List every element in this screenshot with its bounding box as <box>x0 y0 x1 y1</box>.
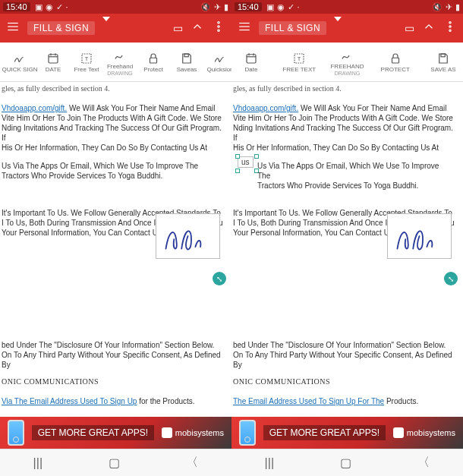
draw-icon <box>340 47 354 64</box>
lock-icon <box>146 50 160 67</box>
svg-rect-13 <box>184 54 188 57</box>
chevron-down-icon[interactable] <box>102 21 110 35</box>
more-icon[interactable] <box>443 20 457 36</box>
save-icon <box>180 50 194 67</box>
resize-handle-icon[interactable]: ⤡ <box>444 272 458 285</box>
dot-icon: · <box>298 2 300 12</box>
page-indicator-icon[interactable]: ▭ <box>405 22 414 34</box>
doc-text: Us Via The Apps Or Email, Which We Use T… <box>2 161 216 181</box>
screenshot-right: 15:40 ▣ ◉ ✓ · 🔇 ✈ ▮ FILL & SIGN ▭ <box>232 0 463 476</box>
chevron-down-icon[interactable] <box>334 21 342 35</box>
svg-rect-20 <box>247 55 256 63</box>
calendar-icon <box>46 50 60 67</box>
save-icon <box>436 50 450 67</box>
link-text[interactable]: Via The Email Address Used To Sign Up <box>2 397 137 405</box>
ad-message: GET MORE GREAT APPS! <box>263 425 386 440</box>
svg-rect-26 <box>392 58 398 63</box>
text-icon: T <box>80 50 93 67</box>
toolbar: QUICK SIGN DATE T Free Text Freehand DRA… <box>0 43 232 82</box>
selection-handle-icon[interactable] <box>235 169 240 173</box>
screenshot-left: 15:40 ▣ ◉ ✓ · 🔇 ✈ ▮ FILL & SIGN ▭ <box>0 0 232 476</box>
system-nav-bar: ||| ▢ 〈 <box>232 449 463 476</box>
status-bar: 15:40 ▣ ◉ ✓ · 🔇 ✈ ▮ <box>232 0 463 14</box>
doc-heading: ONIC COMMUNICATIONS <box>233 377 330 386</box>
ad-brand: mobisystems <box>154 427 232 438</box>
home-button[interactable]: ▢ <box>340 456 351 470</box>
selection-handle-icon[interactable] <box>254 154 259 159</box>
mute-icon: 🔇 <box>200 2 211 12</box>
menu-icon[interactable] <box>238 20 251 36</box>
mute-icon: 🔇 <box>432 2 443 12</box>
ad-banner[interactable]: GET MORE GREAT APPS! mobisystems <box>0 417 232 449</box>
back-button[interactable]: 〈 <box>186 455 198 471</box>
app-bar: FILL & SIGN ▭ <box>232 14 463 43</box>
image-icon: ▣ <box>266 2 274 12</box>
home-button[interactable]: ▢ <box>109 456 120 470</box>
collapse-icon[interactable] <box>422 20 436 36</box>
battery-icon: ▮ <box>455 2 460 12</box>
airplane-icon: ✈ <box>446 2 452 12</box>
ad-phone-icon <box>0 417 32 449</box>
tool-date[interactable]: DATE <box>36 50 70 74</box>
doc-text: Via The Email Address Used To Sign Up fo… <box>2 396 195 406</box>
tool-date[interactable]: Date <box>235 50 268 74</box>
sync-icon: ◉ <box>46 2 53 12</box>
tool-quicksign[interactable]: QUICK SIGN <box>3 50 36 74</box>
tool-saveas[interactable]: Saveas <box>170 50 203 74</box>
tool-quicksion[interactable]: Quicksion <box>203 50 232 74</box>
brand-logo-icon <box>393 427 404 438</box>
doc-text: Us Via The Apps Or Email, Which We Use T… <box>257 161 448 191</box>
doc-text: Vhdoaapp.com/gift. We Will Ask You For T… <box>233 103 455 153</box>
status-clock: 15:40 <box>235 2 262 11</box>
tool-saveas[interactable]: SAVE AS <box>427 50 460 74</box>
recents-button[interactable]: ||| <box>33 456 43 470</box>
signature-stamp[interactable] <box>387 213 452 259</box>
ad-banner[interactable]: GET MORE GREAT APPS! mobisystems <box>232 417 463 449</box>
recents-button[interactable]: ||| <box>265 456 274 470</box>
ad-phone-icon <box>232 417 263 449</box>
link-text[interactable]: Vhdoaapp.com/gift. <box>2 104 67 112</box>
tool-freetext[interactable]: T FREE TEXT <box>282 50 316 74</box>
doc-text: bed Under The "Disclosure Of Your Inform… <box>233 340 455 370</box>
dot-icon: · <box>66 2 68 12</box>
menu-icon[interactable] <box>6 20 20 36</box>
brand-logo-icon <box>162 427 172 438</box>
svg-point-19 <box>449 30 451 31</box>
freetext-annotation[interactable]: us <box>238 156 254 168</box>
svg-rect-12 <box>150 58 157 63</box>
signature-stamp[interactable] <box>156 213 220 259</box>
collapse-icon[interactable] <box>191 20 204 36</box>
doc-text: The Email Address Used To Sign Up For Th… <box>233 396 418 406</box>
image-icon: ▣ <box>35 2 43 12</box>
svg-rect-27 <box>441 54 445 57</box>
mode-title[interactable]: FILL & SIGN <box>27 21 95 35</box>
check-icon: ✓ <box>288 2 294 12</box>
svg-point-5 <box>218 30 219 31</box>
back-button[interactable]: 〈 <box>417 455 430 471</box>
link-text[interactable]: The Email Address Used To Sign Up For Th… <box>233 397 384 405</box>
svg-point-18 <box>449 26 451 27</box>
tool-freehand[interactable]: FREEHAND DRAWING <box>330 47 364 76</box>
svg-point-17 <box>449 22 451 24</box>
tool-freehand[interactable]: Freehand DRAWING <box>103 47 137 76</box>
svg-point-3 <box>218 22 219 24</box>
link-text[interactable]: Vhdoaapp.com/gift. <box>233 104 298 112</box>
doc-heading: ONIC COMMUNICATIONS <box>2 377 99 386</box>
signature-icon <box>13 50 27 67</box>
resize-handle-icon[interactable]: ⤡ <box>213 272 226 285</box>
tool-freetext[interactable]: T Free Text <box>70 50 103 74</box>
svg-point-4 <box>218 26 219 27</box>
svg-rect-6 <box>49 55 58 63</box>
more-icon[interactable] <box>212 20 225 36</box>
text-icon: T <box>292 50 306 67</box>
battery-icon: ▮ <box>224 2 228 12</box>
check-icon: ✓ <box>56 2 63 12</box>
status-clock: 15:40 <box>3 2 30 11</box>
sync-icon: ◉ <box>277 2 285 12</box>
selection-handle-icon[interactable] <box>235 154 240 159</box>
page-indicator-icon[interactable]: ▭ <box>173 22 183 34</box>
mode-title[interactable]: FILL & SIGN <box>259 21 326 35</box>
tool-protect[interactable]: PROTECT <box>379 50 412 74</box>
tool-protect[interactable]: Protect <box>137 50 170 74</box>
system-nav-bar: ||| ▢ 〈 <box>0 449 232 476</box>
